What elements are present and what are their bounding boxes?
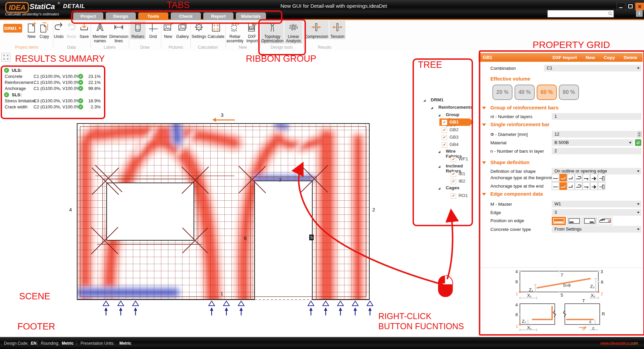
section-collapse-icon[interactable] (482, 161, 486, 164)
anchorage-plate-button[interactable] (598, 174, 605, 182)
website-link[interactable]: www.ideastatica.com (600, 341, 638, 346)
anchorage-foot-button[interactable] (583, 174, 590, 182)
compression-button[interactable]: Compression (304, 21, 329, 39)
gallery-button[interactable]: Gallery (175, 21, 190, 39)
diameter-spinner[interactable] (637, 131, 642, 138)
undo-button[interactable]: Undo (53, 21, 65, 39)
tree-item-ib2[interactable]: IB2 (459, 179, 465, 184)
anchorage-bend-button[interactable] (567, 182, 575, 190)
section-collapse-icon[interactable] (482, 107, 486, 109)
checkbox-checked[interactable]: ✔ (451, 157, 456, 162)
diameter-input[interactable]: 12 (552, 131, 636, 138)
tab-check[interactable]: Check (171, 12, 201, 20)
anchorage-hook-button[interactable] (559, 182, 567, 190)
checkbox-checked[interactable]: ✔ (442, 142, 447, 148)
tree-item-gb4[interactable]: GB4 (449, 142, 459, 147)
settings-button[interactable]: </> Settings (191, 21, 207, 39)
position-end-button[interactable] (583, 217, 597, 225)
new-project-item-button[interactable]: New (25, 21, 38, 39)
material-sync-button[interactable]: ⇄ (635, 139, 641, 146)
effective-volume-40[interactable]: 40 % (515, 85, 535, 100)
nbars-input[interactable]: 2 (552, 148, 641, 154)
tree-item-wf1[interactable]: WF1 (459, 156, 468, 161)
new-picture-button[interactable]: New (162, 21, 174, 39)
position-full-button[interactable] (552, 217, 566, 225)
expander-icon[interactable] (431, 107, 433, 109)
position-start-button[interactable] (567, 217, 581, 225)
anchorage-head-button[interactable] (590, 174, 598, 182)
expander-icon[interactable] (423, 99, 426, 102)
search-input[interactable] (548, 11, 607, 17)
close-button[interactable]: ✕ (635, 3, 644, 10)
scene-canvas[interactable] (77, 123, 370, 300)
expander-icon[interactable] (438, 187, 440, 190)
redo-button[interactable]: Redo (65, 21, 77, 39)
edge-dropdown[interactable]: 3 (552, 209, 641, 216)
tension-button[interactable]: Tension (329, 21, 345, 39)
checkbox-checked[interactable]: ✔ (451, 193, 456, 199)
member-names-button[interactable]: A Member names (91, 21, 109, 44)
master-dropdown[interactable]: W1 (552, 201, 641, 207)
grid-toggle-button[interactable]: Grid (146, 21, 160, 39)
effective-volume-80[interactable]: 80 % (559, 85, 579, 100)
tree-item-ib1[interactable]: IB1 (459, 171, 465, 176)
checkbox-checked[interactable]: ✔ (451, 179, 456, 184)
combination-dropdown[interactable]: C1 (544, 65, 641, 71)
tab-tools[interactable]: Tools (138, 12, 168, 20)
rebar-assembly-button[interactable]: Rebar assembly (226, 21, 244, 44)
tree-item-cages[interactable]: Cages (446, 185, 460, 190)
expander-icon[interactable] (438, 165, 440, 168)
tree-item-gb2[interactable]: GB2 (449, 127, 459, 132)
checkbox-checked[interactable]: ✔ (442, 135, 447, 140)
tab-design[interactable]: Design (106, 12, 136, 20)
tab-project[interactable]: Project (73, 12, 103, 20)
copy-project-item-button[interactable]: Copy (38, 21, 50, 39)
linear-analysis-button[interactable]: Linear Analysis (284, 21, 303, 44)
section-collapse-icon[interactable] (482, 123, 486, 126)
topology-optimization-button[interactable]: Topology Optimization (261, 21, 284, 44)
maximize-button[interactable] (626, 3, 635, 10)
tab-report[interactable]: Report (203, 12, 233, 20)
anchorage-plate-button[interactable] (598, 182, 605, 190)
cover-dropdown[interactable]: From Settings (552, 226, 641, 233)
info-button[interactable]: i (636, 10, 643, 17)
anchorage-bend-button[interactable] (567, 174, 575, 182)
effective-volume-60[interactable]: 60 % (537, 85, 557, 100)
anchorage-straight-button[interactable] (552, 174, 559, 182)
rebars-toggle-button[interactable]: Rebars (130, 21, 146, 39)
bar-shape-dropdown[interactable]: On outline or opening edge (552, 168, 641, 174)
project-item-selector[interactable]: DRM1 (3, 24, 22, 33)
checkbox-checked[interactable]: ✔ (442, 128, 447, 133)
calculate-button[interactable]: +×÷= Calculate (207, 21, 225, 39)
tree-item-ro1[interactable]: RO1 (459, 193, 468, 198)
save-button[interactable]: Save (78, 21, 90, 39)
anchorage-hook-button[interactable] (559, 174, 567, 182)
anchorage-head-button[interactable] (590, 182, 598, 190)
expander-icon[interactable] (438, 114, 440, 116)
dimension-lines-button[interactable]: Dimension lines (109, 21, 128, 44)
minimize-button[interactable] (616, 3, 625, 10)
checkbox-checked[interactable]: ✔ (442, 120, 447, 125)
anchorage-straight-button[interactable] (552, 182, 559, 190)
section-collapse-icon[interactable] (482, 193, 486, 196)
tree-item-drm1[interactable]: DRM1 (431, 97, 443, 102)
copy-header-button[interactable]: Copy (604, 55, 615, 60)
dxf-import-header-button[interactable]: DXF Import (552, 55, 577, 60)
nl-input[interactable]: 1 (552, 113, 641, 120)
tree-item-gb1-selected[interactable]: ✔ GB1 (439, 118, 474, 126)
anchorage-loop-button[interactable] (575, 174, 582, 182)
tree-item-reinforcements[interactable]: Reinforcements (438, 105, 473, 110)
new-header-button[interactable]: New (586, 55, 595, 60)
anchorage-loop-button[interactable] (575, 182, 582, 190)
tree-item-gb3[interactable]: GB3 (449, 135, 459, 140)
checkbox-checked[interactable]: ✔ (451, 171, 456, 177)
material-dropdown[interactable]: B 500B (552, 139, 633, 146)
anchorage-foot-button[interactable] (583, 182, 590, 190)
tab-materials[interactable]: Materials (236, 12, 266, 20)
dxf-import-button[interactable]: DXF DXF Import (245, 21, 260, 44)
zoom-fit-button[interactable] (1, 53, 10, 62)
expander-icon[interactable] (438, 151, 440, 153)
delete-header-button[interactable]: Delete (624, 55, 637, 60)
position-custom-button[interactable] (598, 217, 612, 225)
effective-volume-20[interactable]: 20 % (492, 85, 513, 100)
